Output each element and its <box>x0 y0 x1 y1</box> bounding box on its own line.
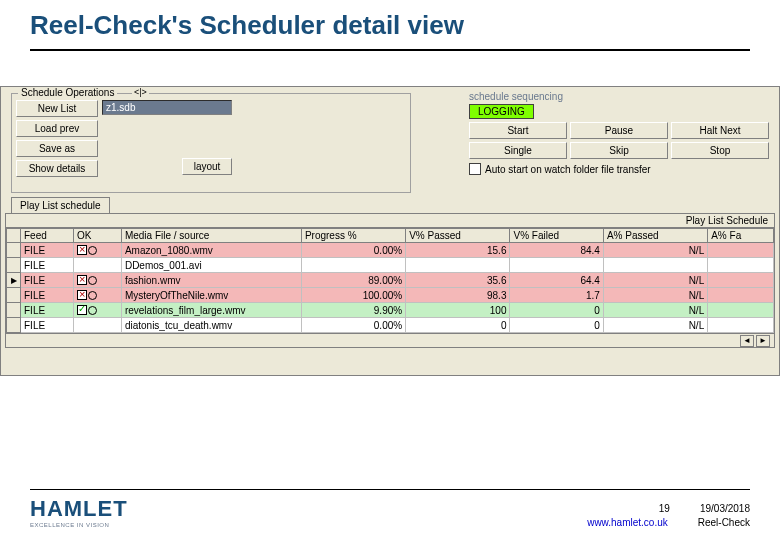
cell-progress: 0.00% <box>301 243 405 258</box>
cell-media: DDemos_001.avi <box>121 258 301 273</box>
col-media[interactable]: Media File / source <box>121 229 301 243</box>
schedule-file-field[interactable]: z1.sdb <box>102 100 232 115</box>
row-selector-header <box>7 229 21 243</box>
cell-ok <box>73 243 121 258</box>
cell-ok <box>73 273 121 288</box>
cell-apass: N/L <box>603 243 707 258</box>
cell-apass: N/L <box>603 288 707 303</box>
slide-title: Reel-Check's Scheduler detail view <box>0 0 780 49</box>
cell-afail <box>708 288 774 303</box>
cell-media: Amazon_1080.wmv <box>121 243 301 258</box>
cell-afail <box>708 318 774 333</box>
slide-date: 19/03/2018 <box>700 503 750 514</box>
skip-button[interactable]: Skip <box>570 142 668 159</box>
app-window: Schedule Operations <|> New List Load pr… <box>0 86 780 376</box>
cell-progress: 89.00% <box>301 273 405 288</box>
col-apass[interactable]: A% Passed <box>603 229 707 243</box>
schedule-ops-label: Schedule Operations <box>18 87 117 98</box>
cell-afail <box>708 243 774 258</box>
col-ok[interactable]: OK <box>73 229 121 243</box>
playlist-caption: Play List Schedule <box>6 214 774 228</box>
start-button[interactable]: Start <box>469 122 567 139</box>
cell-vfail <box>510 258 603 273</box>
cell-feed: FILE <box>21 318 74 333</box>
load-prev-button[interactable]: Load prev <box>16 120 98 137</box>
cell-feed: FILE <box>21 258 74 273</box>
row-selector[interactable] <box>7 318 21 333</box>
cell-afail <box>708 273 774 288</box>
playlist-tab[interactable]: Play List schedule <box>11 197 110 213</box>
logging-status: LOGGING <box>469 104 534 119</box>
cell-afail <box>708 258 774 273</box>
cell-ok <box>73 318 121 333</box>
col-feed[interactable]: Feed <box>21 229 74 243</box>
page-number: 19 <box>659 503 670 514</box>
row-selector[interactable] <box>7 288 21 303</box>
new-list-button[interactable]: New List <box>16 100 98 117</box>
col-vfail[interactable]: V% Failed <box>510 229 603 243</box>
cell-vfail: 0 <box>510 303 603 318</box>
cell-media: MysteryOfTheNile.wmv <box>121 288 301 303</box>
footer-url[interactable]: www.hamlet.co.uk <box>587 517 668 528</box>
col-afail[interactable]: A% Fa <box>708 229 774 243</box>
cell-vpass: 98.3 <box>406 288 510 303</box>
cell-progress: 9.90% <box>301 303 405 318</box>
scroll-right-icon[interactable]: ► <box>756 335 770 347</box>
row-selector[interactable]: ▶ <box>7 273 21 288</box>
pause-button[interactable]: Pause <box>570 122 668 139</box>
cell-media: fashion.wmv <box>121 273 301 288</box>
cell-vpass: 100 <box>406 303 510 318</box>
col-vpass[interactable]: V% Passed <box>406 229 510 243</box>
table-row[interactable]: FILEAmazon_1080.wmv0.00%15.684.4N/L <box>7 243 774 258</box>
slide-footer: HAMLET EXCELLENCE IN VISION 19 19/03/201… <box>0 489 780 528</box>
auto-start-label: Auto start on watch folder file transfer <box>485 164 651 175</box>
show-details-button[interactable]: Show details <box>16 160 98 177</box>
sequencing-label: schedule sequencing <box>469 91 563 102</box>
table-row[interactable]: FILEdiatonis_tcu_death.wmv0.00%00N/L <box>7 318 774 333</box>
cell-vpass: 15.6 <box>406 243 510 258</box>
col-progress[interactable]: Progress % <box>301 229 405 243</box>
cell-vpass: 35.6 <box>406 273 510 288</box>
table-row[interactable]: FILErevelations_film_large.wmv9.90%1000N… <box>7 303 774 318</box>
cell-feed: FILE <box>21 288 74 303</box>
cell-apass: N/L <box>603 318 707 333</box>
stop-button[interactable]: Stop <box>671 142 769 159</box>
cell-feed: FILE <box>21 303 74 318</box>
save-as-button[interactable]: Save as <box>16 140 98 157</box>
cell-progress: 100.00% <box>301 288 405 303</box>
row-selector[interactable] <box>7 303 21 318</box>
horizontal-scrollbar[interactable]: ◄ ► <box>6 333 774 347</box>
table-row[interactable]: FILEMysteryOfTheNile.wmv100.00%98.31.7N/… <box>7 288 774 303</box>
halt-next-button[interactable]: Halt Next <box>671 122 769 139</box>
cell-media: diatonis_tcu_death.wmv <box>121 318 301 333</box>
cell-vpass <box>406 258 510 273</box>
cell-feed: FILE <box>21 243 74 258</box>
hamlet-logo: HAMLET EXCELLENCE IN VISION <box>30 496 128 528</box>
scroll-left-icon[interactable]: ◄ <box>740 335 754 347</box>
cell-vfail: 84.4 <box>510 243 603 258</box>
nav-arrows[interactable]: <|> <box>132 87 149 97</box>
cell-apass: N/L <box>603 303 707 318</box>
table-row[interactable]: ▶FILEfashion.wmv89.00%35.664.4N/L <box>7 273 774 288</box>
table-row[interactable]: FILEDDemos_001.avi <box>7 258 774 273</box>
cell-media: revelations_film_large.wmv <box>121 303 301 318</box>
cell-apass: N/L <box>603 273 707 288</box>
cell-vfail: 64.4 <box>510 273 603 288</box>
title-underline <box>30 49 750 51</box>
cell-afail <box>708 303 774 318</box>
footer-product: Reel-Check <box>698 517 750 528</box>
cell-apass <box>603 258 707 273</box>
cell-vfail: 0 <box>510 318 603 333</box>
row-selector[interactable] <box>7 258 21 273</box>
cell-ok <box>73 303 121 318</box>
cell-feed: FILE <box>21 273 74 288</box>
cell-vfail: 1.7 <box>510 288 603 303</box>
playlist-table-area: Play List Schedule Feed OK Media File / … <box>5 213 775 348</box>
single-button[interactable]: Single <box>469 142 567 159</box>
playlist-table: Feed OK Media File / source Progress % V… <box>6 228 774 333</box>
layout-button[interactable]: layout <box>182 158 232 175</box>
row-selector[interactable] <box>7 243 21 258</box>
cell-progress: 0.00% <box>301 318 405 333</box>
auto-start-checkbox[interactable] <box>469 163 481 175</box>
cell-ok <box>73 288 121 303</box>
